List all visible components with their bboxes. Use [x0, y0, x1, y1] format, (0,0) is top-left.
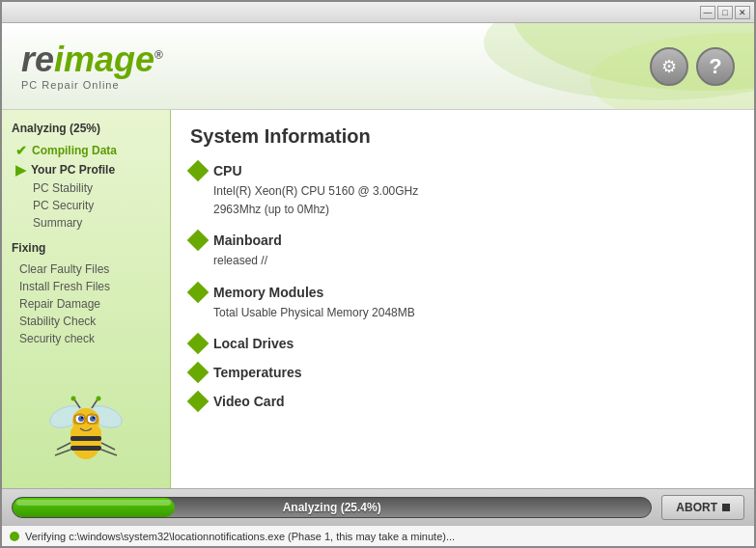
memory-section: Memory Modules Total Usable Physical Mem… [190, 285, 735, 322]
temperatures-icon [187, 361, 210, 383]
bee-mascot-container [12, 370, 160, 477]
main-content: Analyzing (25%) ✔ Compiling Data ▶ Your … [2, 110, 754, 488]
temperatures-section: Temperatures [190, 365, 735, 380]
mainboard-header: Mainboard [190, 233, 735, 248]
sidebar-item-summary[interactable]: Summary [12, 214, 160, 232]
mainboard-section: Mainboard released // [190, 233, 735, 270]
sidebar-item-stability-check[interactable]: Stability Check [12, 313, 160, 330]
content-title: System Information [190, 125, 735, 148]
mainboard-icon [187, 230, 210, 252]
svg-rect-8 [70, 446, 101, 451]
content-panel: System Information CPU Intel(R) Xeon(R) … [171, 110, 754, 488]
local-drives-section: Local Drives [190, 336, 735, 351]
cpu-icon [187, 160, 210, 182]
svg-point-14 [81, 417, 83, 419]
cpu-line-1: Intel(R) Xeon(R) CPU 5160 @ 3.00GHz [213, 182, 735, 201]
logo-image: image [54, 40, 154, 79]
settings-icon: ⚙ [661, 56, 677, 77]
cpu-title: CPU [213, 163, 242, 178]
video-card-header: Video Card [190, 394, 735, 409]
sidebar: Analyzing (25%) ✔ Compiling Data ▶ Your … [2, 110, 171, 488]
video-card-icon [187, 390, 210, 412]
fixing-title: Fixing [12, 241, 160, 255]
local-drives-title: Local Drives [213, 336, 294, 351]
local-drives-header: Local Drives [190, 336, 735, 351]
svg-point-12 [78, 416, 84, 422]
svg-point-13 [90, 416, 96, 422]
sidebar-label-summary: Summary [15, 216, 82, 230]
sidebar-item-pc-profile[interactable]: ▶ Your PC Profile [12, 160, 160, 179]
svg-point-22 [97, 397, 101, 401]
video-card-section: Video Card [190, 394, 735, 409]
temperatures-header: Temperatures [190, 365, 735, 380]
sidebar-item-security-check[interactable]: Security check [12, 330, 160, 347]
check-icon: ✔ [15, 143, 27, 158]
status-indicator [10, 532, 19, 541]
header: reimage® PC Repair Online ⚙ ? [2, 23, 754, 110]
logo: reimage® PC Repair Online [21, 42, 163, 91]
bee-mascot [38, 380, 134, 477]
svg-rect-7 [70, 436, 101, 441]
cpu-line-2: 2963Mhz (up to 0Mhz) [213, 201, 735, 219]
main-window: — □ ✕ reimage® PC Repair Online ⚙ ? [0, 0, 756, 548]
video-card-title: Video Card [213, 394, 285, 409]
sidebar-item-pc-stability[interactable]: PC Stability [12, 179, 160, 197]
cpu-header: CPU [190, 163, 735, 178]
sidebar-item-install-fresh[interactable]: Install Fresh Files [12, 278, 160, 295]
memory-header: Memory Modules [190, 285, 735, 300]
logo-registered: ® [154, 48, 163, 62]
minimize-button[interactable]: — [700, 6, 715, 19]
mainboard-content: released // [190, 252, 735, 270]
temperatures-title: Temperatures [213, 365, 302, 380]
sidebar-label-security: PC Security [15, 199, 94, 212]
mainboard-title: Mainboard [213, 233, 282, 248]
svg-line-26 [101, 450, 117, 455]
abort-label: ABORT [676, 501, 717, 514]
maximize-button[interactable]: □ [717, 6, 733, 19]
svg-point-20 [71, 397, 76, 401]
cpu-section: CPU Intel(R) Xeon(R) CPU 5160 @ 3.00GHz … [190, 163, 735, 219]
analyzing-title: Analyzing (25%) [12, 122, 160, 135]
logo-subtitle: PC Repair Online [21, 79, 163, 91]
header-icons: ⚙ ? [650, 47, 735, 86]
cpu-content: Intel(R) Xeon(R) CPU 5160 @ 3.00GHz 2963… [190, 182, 735, 219]
memory-line-2: Total Usable Physical Memory 2048MB [213, 304, 735, 322]
close-button[interactable]: ✕ [735, 6, 750, 19]
sidebar-label-profile: Your PC Profile [31, 163, 115, 177]
status-text: Verifying c:\windows\system32\locationno… [25, 531, 455, 542]
svg-line-25 [55, 450, 70, 455]
fixing-section: Fixing Clear Faulty Files Install Fresh … [12, 241, 160, 347]
abort-button[interactable]: ABORT [661, 495, 744, 520]
memory-content: Total Usable Physical Memory 2048MB [190, 304, 735, 322]
svg-line-23 [57, 443, 70, 450]
settings-button[interactable]: ⚙ [650, 47, 688, 86]
sidebar-content: Analyzing (25%) ✔ Compiling Data ▶ Your … [12, 122, 160, 370]
sidebar-item-clear-faulty[interactable]: Clear Faulty Files [12, 260, 160, 278]
help-icon: ? [709, 54, 721, 79]
sidebar-label-compiling: Compiling Data [32, 144, 117, 157]
abort-stop-icon [722, 504, 730, 511]
svg-point-15 [93, 417, 95, 419]
progress-label: Analyzing (25.4%) [13, 501, 651, 514]
sidebar-item-pc-security[interactable]: PC Security [12, 197, 160, 214]
title-bar: — □ ✕ [2, 2, 754, 23]
progress-bar-area: Analyzing (25.4%) ABORT [2, 488, 754, 525]
memory-icon [187, 281, 210, 303]
arrow-icon: ▶ [15, 162, 26, 178]
sidebar-item-compiling-data[interactable]: ✔ Compiling Data [12, 141, 160, 160]
help-button[interactable]: ? [696, 47, 735, 86]
mainboard-line-1: released // [213, 252, 735, 270]
title-bar-buttons: — □ ✕ [700, 6, 750, 19]
logo-wordmark: reimage® [21, 42, 163, 77]
svg-line-24 [101, 443, 115, 450]
local-drives-icon [187, 332, 210, 354]
logo-re: re [21, 40, 54, 79]
sidebar-label-stability: PC Stability [15, 181, 93, 195]
sidebar-item-repair-damage[interactable]: Repair Damage [12, 295, 160, 313]
status-bar: Verifying c:\windows\system32\locationno… [2, 525, 754, 546]
progress-bar-track: Analyzing (25.4%) [12, 497, 652, 518]
memory-title: Memory Modules [213, 285, 323, 300]
